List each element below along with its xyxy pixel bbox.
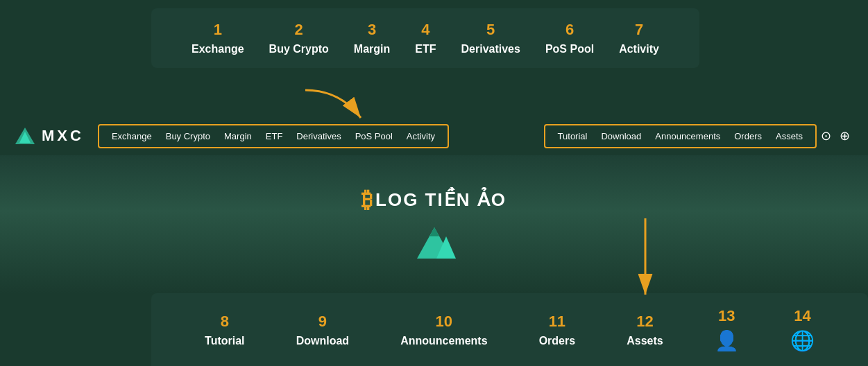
top-callout-item: 1 Exchange: [192, 21, 244, 55]
svg-marker-5: [429, 227, 439, 236]
bottom-callout-item: 11 Orders: [539, 313, 575, 347]
language-icon[interactable]: ⊕: [835, 127, 854, 145]
logo-area: MXC: [14, 125, 84, 147]
bottom-callout-item: 12 Assets: [627, 313, 663, 347]
nav-right-item[interactable]: Orders: [729, 128, 767, 144]
bitcoin-symbol: ₿: [361, 187, 373, 213]
nav-left-item[interactable]: Margin: [219, 128, 257, 144]
top-callout-item: 4 ETF: [415, 21, 436, 55]
top-callout-item: 5 Derivatives: [461, 21, 520, 55]
callout-number: 4: [421, 21, 429, 39]
callout-label: Activity: [619, 43, 659, 55]
callout-label: Derivatives: [461, 43, 520, 55]
callout-number: 3: [368, 21, 376, 39]
bottom-callout-item: 9 Download: [296, 313, 349, 347]
top-callout-item: 2 Buy Crypto: [269, 21, 329, 55]
arrow-bottom: [611, 215, 680, 308]
nav-right-item[interactable]: Assets: [770, 128, 808, 144]
bottom-number: 12: [636, 313, 653, 331]
bottom-label[interactable]: Orders: [539, 335, 575, 347]
callout-label: Exchange: [192, 43, 244, 55]
hero-section: ₿ LOG TIỀN ẢO: [0, 155, 868, 294]
callout-number: 1: [214, 21, 222, 39]
bottom-number: 14: [794, 307, 810, 325]
nav-right-item[interactable]: Download: [595, 128, 647, 144]
bottom-number: 13: [718, 307, 735, 325]
navbar: MXC ExchangeBuy CryptoMarginETFDerivativ…: [0, 116, 868, 155]
nav-left-item[interactable]: Derivatives: [291, 128, 346, 144]
nav-left-group: ExchangeBuy CryptoMarginETFDerivativesPo…: [98, 124, 449, 148]
nav-right-item[interactable]: Announcements: [649, 128, 726, 144]
bottom-number: 8: [221, 313, 229, 331]
blog-text: LOG TIỀN ẢO: [375, 189, 507, 211]
bottom-callout-item: 14 🌐: [790, 307, 815, 352]
top-callout-panel: 1 Exchange 2 Buy Crypto 3 Margin 4 ETF 5…: [151, 8, 699, 68]
callout-number: 2: [295, 21, 303, 39]
arrow-top: [298, 83, 382, 128]
bottom-number: 11: [549, 313, 565, 331]
bottom-label[interactable]: Tutorial: [205, 335, 244, 347]
top-callout-item: 7 Activity: [619, 21, 659, 55]
callout-number: 5: [486, 21, 495, 39]
bottom-label[interactable]: Assets: [627, 335, 663, 347]
bottom-number: 10: [436, 313, 452, 331]
callout-number: 6: [565, 21, 574, 39]
nav-left-item[interactable]: ETF: [260, 128, 289, 144]
nav-left-item[interactable]: Buy Crypto: [160, 128, 216, 144]
callout-label: Buy Crypto: [269, 43, 329, 55]
bottom-number: 9: [318, 313, 327, 331]
nav-left-item[interactable]: PoS Pool: [350, 128, 398, 144]
nav-left-item[interactable]: Exchange: [106, 128, 158, 144]
top-callout-item: 3 Margin: [354, 21, 390, 55]
bottom-icon[interactable]: 🌐: [790, 329, 815, 352]
mountain-logo: [410, 224, 459, 262]
bottom-callout-item: 10 Announcements: [400, 313, 487, 347]
bottom-label[interactable]: Announcements: [400, 335, 487, 347]
top-callout-item: 6 PoS Pool: [545, 21, 594, 55]
bottom-callout-panel: 8 Tutorial 9 Download 10 Announcements 1…: [151, 293, 868, 366]
bottom-icon[interactable]: 👤: [715, 329, 739, 352]
account-icon[interactable]: ⊙: [817, 127, 835, 145]
bottom-callout-item: 8 Tutorial: [205, 313, 244, 347]
callout-label: ETF: [415, 43, 436, 55]
nav-right-group: TutorialDownloadAnnouncementsOrdersAsset…: [544, 124, 817, 148]
callout-number: 7: [635, 21, 643, 39]
mxc-logo-icon: [14, 125, 36, 147]
blog-title: ₿ LOG TIỀN ẢO: [361, 187, 507, 213]
nav-right-item[interactable]: Tutorial: [552, 128, 593, 144]
bottom-label[interactable]: Download: [296, 335, 349, 347]
nav-left-item[interactable]: Activity: [401, 128, 441, 144]
callout-label: Margin: [354, 43, 390, 55]
bottom-callout-item: 13 👤: [715, 307, 739, 352]
logo-text: MXC: [42, 127, 84, 145]
callout-label: PoS Pool: [545, 43, 594, 55]
